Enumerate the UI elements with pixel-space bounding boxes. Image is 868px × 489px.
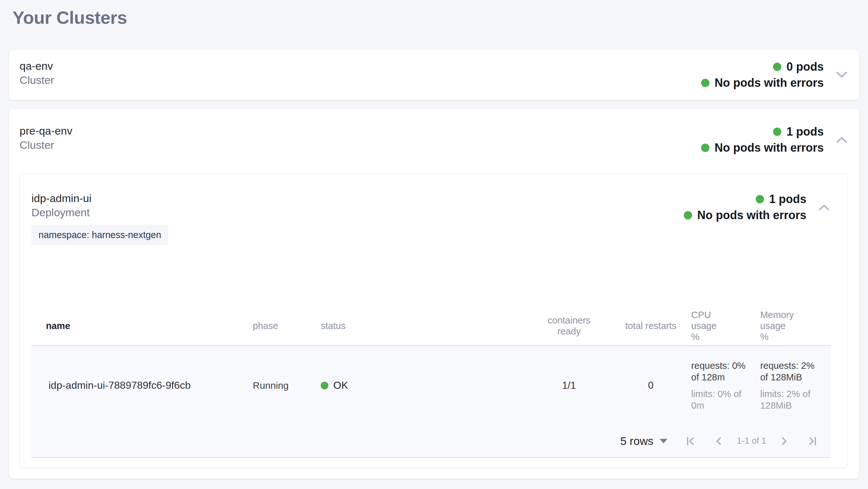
page-range-label: 1-1 of 1 [737,436,766,446]
cluster-identity: pre-qa-env Cluster [20,124,72,152]
pods-status-dot [773,127,781,136]
rows-per-page-select[interactable]: 5 rows [620,435,668,448]
column-header-name: name [31,320,253,331]
rows-per-page-value: 5 rows [620,435,653,448]
cluster-status-block: 0 pods No pods with errors [701,59,847,91]
memory-requests-value: requests: 2% of 128MiB [760,360,816,383]
pods-errors-line: No pods with errors [684,207,806,223]
cluster-name: qa-env [20,59,54,73]
memory-limits-value: limits: 2% of 128MiB [760,388,816,411]
pods-errors-label: No pods with errors [715,76,824,90]
pods-errors-dot [684,211,692,220]
column-header-cpu-usage: CPU usage % [691,309,760,342]
cluster-identity: qa-env Cluster [20,59,54,87]
deployment-type-label: Deployment [31,205,168,220]
cluster-card-qa-env: qa-env Cluster 0 pods No pods with error… [9,50,859,100]
deployment-card: idp-admin-ui Deployment namespace: harne… [20,173,847,468]
pods-count-label: 0 pods [786,60,824,74]
next-page-button[interactable] [779,436,789,446]
cluster-type-label: Cluster [20,73,54,87]
page-title: Your Clusters [12,8,859,28]
deployment-name: idp-admin-ui [31,191,168,205]
pods-count-line: 1 pods [773,124,824,140]
deployment-status-lines: 1 pods No pods with errors [684,191,806,223]
cell-memory-usage: requests: 2% of 128MiB limits: 2% of 128… [760,360,831,411]
deployment-identity: idp-admin-ui Deployment namespace: harne… [31,191,168,245]
pods-errors-line: No pods with errors [701,140,824,156]
pods-errors-dot [701,79,709,87]
namespace-badge: namespace: harness-nextgen [31,225,168,245]
pods-errors-line: No pods with errors [701,75,824,91]
pods-table: name phase status containers ready total… [31,245,831,458]
cluster-header-pre-qa-env[interactable]: pre-qa-env Cluster 1 pods No pods with e… [9,109,859,156]
column-header-containers-ready: containers ready [528,315,611,337]
status-ok-label: OK [333,379,348,391]
prev-page-button[interactable] [714,436,724,446]
chevron-up-icon[interactable] [836,136,847,143]
pods-status-dot [773,63,781,71]
cluster-header-qa-env[interactable]: qa-env Cluster 0 pods No pods with error… [9,50,859,91]
cpu-limits-value: limits: 0% of 0m [691,388,747,411]
cell-phase: Running [253,380,321,391]
pods-count-line: 0 pods [773,59,824,75]
pods-errors-label: No pods with errors [715,141,824,154]
cluster-status-block: 1 pods No pods with errors [701,124,847,156]
cluster-card-pre-qa-env: pre-qa-env Cluster 1 pods No pods with e… [9,109,859,479]
chevron-up-icon[interactable] [818,204,830,211]
first-page-button[interactable] [685,436,695,446]
pods-errors-dot [701,144,709,152]
cpu-requests-value: requests: 0% of 128m [691,360,747,383]
cluster-status-lines: 1 pods No pods with errors [701,124,824,156]
pods-count-label: 1 pods [769,193,806,206]
deployment-status-block: 1 pods No pods with errors [684,191,830,223]
chevron-down-icon[interactable] [836,71,847,78]
pods-count-label: 1 pods [786,125,824,139]
column-header-status: status [321,320,527,331]
pods-status-dot [756,195,764,203]
pods-count-line: 1 pods [756,191,806,207]
cluster-type-label: Cluster [20,138,72,152]
cell-total-restarts: 0 [611,380,691,391]
deployment-header[interactable]: idp-admin-ui Deployment namespace: harne… [20,174,847,245]
cell-cpu-usage: requests: 0% of 128m limits: 0% of 0m [691,360,760,411]
cluster-name: pre-qa-env [20,124,72,138]
table-pagination: 5 rows 1-1 of 1 [31,425,831,457]
table-row: idp-admin-ui-7889789fc6-9f6cb Running OK… [31,346,831,425]
table-header-row: name phase status containers ready total… [31,309,831,346]
last-page-button[interactable] [807,436,817,446]
caret-down-icon [660,439,668,443]
status-ok-dot [321,382,329,390]
column-header-memory-usage: Memory usage % [760,309,831,342]
cell-status: OK [321,379,527,391]
table-body: idp-admin-ui-7889789fc6-9f6cb Running OK… [31,346,831,458]
clusters-page: Your Clusters qa-env Cluster 0 pods No p… [0,8,868,479]
pods-errors-label: No pods with errors [697,208,806,222]
column-header-total-restarts: total restarts [611,320,691,331]
cell-pod-name: idp-admin-ui-7889789fc6-9f6cb [31,379,253,391]
cell-containers-ready: 1/1 [528,380,611,391]
column-header-phase: phase [253,320,321,331]
cluster-status-lines: 0 pods No pods with errors [701,59,824,91]
